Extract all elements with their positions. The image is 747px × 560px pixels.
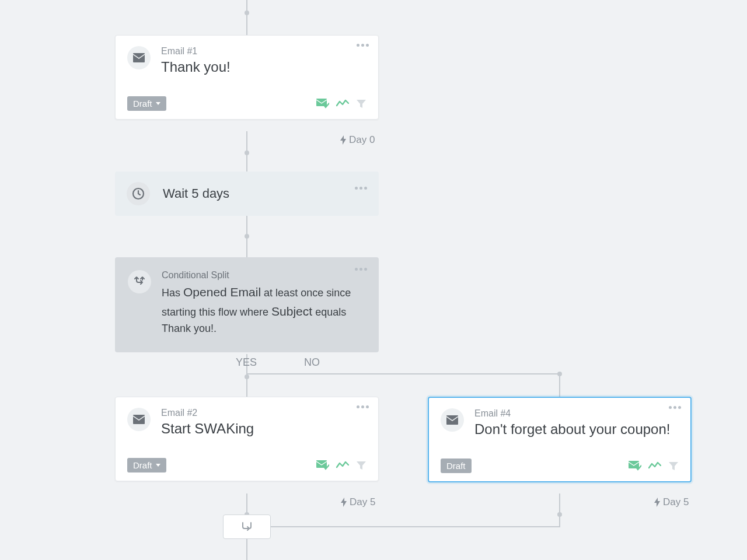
email-icon <box>441 408 464 432</box>
yes-label: YES <box>236 356 257 369</box>
connector-dot <box>557 512 562 517</box>
email-label: Email #2 <box>161 408 366 418</box>
connector <box>271 526 560 527</box>
split-condition: Has Opened Email at least once since sta… <box>162 283 365 337</box>
email-label: Email #4 <box>474 408 679 419</box>
more-button[interactable] <box>357 405 369 408</box>
connector-dot <box>245 150 249 155</box>
email-icon <box>127 408 151 431</box>
split-icon <box>128 270 151 293</box>
smart-send-icon[interactable] <box>316 99 329 109</box>
more-button[interactable] <box>355 268 367 271</box>
connector <box>246 0 247 35</box>
connector <box>559 494 560 527</box>
connector-dot <box>245 234 249 239</box>
email-card-4[interactable]: Email #4 Don't forget about your coupon!… <box>428 397 692 482</box>
email-subject: Start SWAKing <box>161 421 366 437</box>
email-label: Email #1 <box>161 46 366 57</box>
merge-node[interactable] <box>223 514 271 539</box>
wait-card[interactable]: Wait 5 days <box>115 172 379 216</box>
merge-icon <box>240 520 253 533</box>
svg-rect-0 <box>133 53 145 62</box>
analytics-icon[interactable] <box>648 461 661 471</box>
status-badge: Draft <box>441 459 472 473</box>
svg-rect-4 <box>316 460 327 468</box>
status-badge[interactable]: Draft <box>127 458 166 473</box>
email-subject: Don't forget about your coupon! <box>474 421 679 438</box>
clock-icon <box>127 182 150 205</box>
svg-rect-5 <box>446 415 458 425</box>
connector-dot <box>557 372 562 376</box>
conditional-split-card[interactable]: Conditional Split Has Opened Email at le… <box>115 257 379 352</box>
filter-icon[interactable] <box>356 99 366 109</box>
more-button[interactable] <box>669 406 681 409</box>
analytics-icon[interactable] <box>336 461 349 470</box>
email-card-2[interactable]: Email #2 Start SWAKing Draft <box>115 397 379 481</box>
connector-dot <box>245 10 249 15</box>
filter-icon[interactable] <box>356 460 366 471</box>
smart-send-icon[interactable] <box>316 460 329 471</box>
email-card-1[interactable]: Email #1 Thank you! Draft <box>115 35 379 120</box>
email-icon <box>127 46 151 69</box>
day-label: Day 5 <box>340 496 375 508</box>
connector-dot <box>245 374 249 379</box>
email-subject: Thank you! <box>161 59 366 75</box>
connector <box>247 373 560 374</box>
smart-send-icon[interactable] <box>629 461 641 471</box>
svg-rect-3 <box>133 415 145 424</box>
day-label: Day 0 <box>340 134 375 146</box>
connector <box>559 373 560 398</box>
filter-icon[interactable] <box>668 461 679 471</box>
no-label: NO <box>304 356 320 369</box>
more-button[interactable] <box>357 44 369 47</box>
svg-rect-1 <box>316 99 327 106</box>
analytics-icon[interactable] <box>336 99 349 108</box>
status-badge[interactable]: Draft <box>127 96 166 111</box>
flow-canvas[interactable]: Email #1 Thank you! Draft Day 0 Wait 5 d… <box>0 0 747 560</box>
svg-rect-6 <box>629 461 639 468</box>
split-label: Conditional Split <box>162 270 365 281</box>
day-label: Day 5 <box>654 496 689 508</box>
more-button[interactable] <box>355 187 367 190</box>
wait-text: Wait 5 days <box>163 186 367 201</box>
